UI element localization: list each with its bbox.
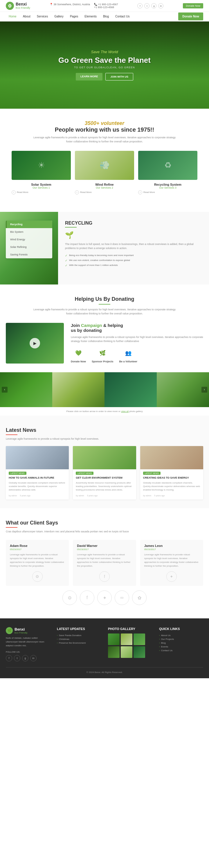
news-date-1: 5 years ago bbox=[20, 495, 31, 497]
volunteer-count: 3500+ volunteer bbox=[6, 120, 203, 126]
tab-solar-refining[interactable]: Solar Refining bbox=[6, 243, 52, 251]
news-author-3: by admin bbox=[143, 495, 151, 497]
news-desc-2: Assertively iterate resource maximizing … bbox=[73, 481, 136, 493]
news-image-2 bbox=[73, 446, 136, 469]
learn-more-button[interactable]: LEARN MORE bbox=[76, 73, 103, 81]
nav-services[interactable]: Services bbox=[34, 12, 51, 21]
news-author-2: by admin bbox=[76, 495, 84, 497]
nav-contact[interactable]: Contact Us bbox=[112, 12, 132, 21]
news-section: Latest News Leverage agile frameworks to… bbox=[0, 415, 209, 508]
recycle-title: RECYCLING bbox=[65, 221, 202, 226]
client-logo-3: ✦ bbox=[97, 590, 112, 605]
gallery-item-4 bbox=[157, 372, 209, 407]
footer-social: f t g in bbox=[6, 655, 50, 661]
donate-right: Join Campaign & helpingus by donating Le… bbox=[71, 323, 203, 363]
nav-elements[interactable]: Elements bbox=[81, 12, 100, 21]
footer-logo: 🌿 Benxi Eco Friendly bbox=[6, 627, 50, 634]
social-facebook[interactable]: f bbox=[137, 3, 142, 8]
footer-social-gp[interactable]: g bbox=[22, 655, 29, 661]
tab-wind-energy[interactable]: Wind Energy bbox=[6, 236, 52, 243]
donate-now-label[interactable]: Donate Now bbox=[71, 360, 86, 363]
footer-gallery-grid bbox=[108, 633, 152, 658]
gallery-view-all-link[interactable]: view all bbox=[121, 410, 129, 413]
clients-divider bbox=[6, 527, 18, 528]
donate-now-icon: 💚 bbox=[73, 348, 83, 358]
hero-section: Save The World Go Green Save the Planet … bbox=[0, 22, 209, 109]
join-button[interactable]: JOIN WITH US bbox=[105, 73, 133, 81]
footer-update-1[interactable]: Save Panda Donation bbox=[57, 633, 101, 637]
client-logos-row: ⚙ f ✦ ∞ ✿ bbox=[6, 586, 203, 610]
solar-name: Solar System bbox=[11, 183, 71, 186]
footer-links-col: QUICK LINKS About Us Our Projects Blog E… bbox=[159, 627, 203, 661]
nav-gallery[interactable]: Gallery bbox=[51, 12, 67, 21]
footer-brand-tagline: Eco Friendly bbox=[14, 631, 27, 634]
recycle-more[interactable]: › Read More bbox=[138, 190, 197, 194]
check-icon-3: ✓ bbox=[65, 264, 67, 267]
footer-social-tw[interactable]: t bbox=[14, 655, 20, 661]
sponsor-projects-label[interactable]: Sponsor Projects bbox=[92, 360, 113, 363]
top-social: f t g in bbox=[137, 3, 164, 8]
nav-donate-button[interactable]: Donate Now bbox=[178, 12, 203, 20]
brand-tagline: Eco Friendly bbox=[16, 7, 30, 9]
action-donate-now: 💚 Donate Now bbox=[71, 348, 86, 363]
news-desc-3: Globally incubate standards compliant ch… bbox=[140, 481, 203, 493]
client-text-3: Leverage agile frameworks to provide rob… bbox=[144, 553, 199, 568]
clients-description: Cras dapibus ullamcorper totam. Interdum… bbox=[6, 530, 203, 533]
be-volunteer-label[interactable]: Be a Volunteer bbox=[119, 360, 137, 363]
tab-recycling[interactable]: Recycling bbox=[6, 221, 52, 228]
gallery-next-button[interactable]: › bbox=[202, 387, 207, 393]
recycle-point-2: ✓ We use non-violent, creative confronta… bbox=[65, 259, 202, 262]
news-card-1: LATEST NEWS HOW TO SAVE ANIMALS IN FUTUR… bbox=[6, 446, 69, 500]
footer-social-li[interactable]: in bbox=[30, 655, 37, 661]
client-logo-5: ✿ bbox=[132, 590, 147, 605]
nav-pages[interactable]: Pages bbox=[67, 12, 81, 21]
hero-subtitle: Save The World bbox=[58, 50, 151, 54]
donate-sub-desc: Leverage agile frameworks to provide a r… bbox=[71, 335, 203, 343]
volunteer-description: Leverage agile frameworks to provide a r… bbox=[32, 135, 177, 144]
recycle-divider bbox=[65, 227, 77, 227]
social-google[interactable]: g bbox=[151, 3, 156, 8]
main-nav: Home About Services Gallery Pages Elemen… bbox=[0, 12, 209, 22]
footer-link-blog[interactable]: Blog bbox=[159, 641, 203, 645]
tab-bio-system[interactable]: Bio System bbox=[6, 228, 52, 236]
footer-link-projects[interactable]: Our Projects bbox=[159, 637, 203, 641]
footer-quicklinks-title: QUICK LINKS bbox=[159, 627, 203, 630]
top-donate-button[interactable]: Donate Now bbox=[183, 3, 203, 8]
clients-section: What our Client Says Cras dapibus ullamc… bbox=[0, 508, 209, 618]
client-logo-4: ∞ bbox=[115, 590, 129, 605]
tab-saving-forests[interactable]: Saving Forests bbox=[6, 251, 52, 258]
wind-more[interactable]: › Read More bbox=[75, 190, 134, 194]
footer-update-2[interactable]: Christmas bbox=[57, 637, 101, 641]
social-twitter[interactable]: t bbox=[144, 3, 149, 8]
nav-about[interactable]: About bbox=[20, 12, 33, 21]
footer-gallery-img-2 bbox=[121, 633, 132, 645]
top-contact: 📍 38 Somewhere, District, Austria 📞 +1 9… bbox=[49, 3, 118, 9]
footer-link-about[interactable]: About Us bbox=[159, 633, 203, 637]
client-date-3: 05/23/2017 bbox=[144, 548, 199, 551]
news-image-1 bbox=[6, 446, 69, 469]
service-recycle: ♻ Recycling System Our Services 3 › Read… bbox=[138, 151, 197, 194]
news-title-3: CREATING IDEAS TO SAVE ENERGY bbox=[140, 476, 203, 482]
clients-grid: Adam Rose 05/23/2017 Leverage agile fram… bbox=[6, 540, 203, 586]
social-linkedin[interactable]: in bbox=[158, 3, 164, 8]
nav-blog[interactable]: Blog bbox=[100, 12, 112, 21]
nav-home[interactable]: Home bbox=[6, 12, 20, 21]
gallery-item-2 bbox=[52, 372, 104, 407]
play-button[interactable]: ▶ bbox=[30, 338, 40, 348]
footer-brand-text: Benxi Eco Friendly bbox=[14, 627, 27, 634]
footer-link-contact[interactable]: Contact Us bbox=[159, 649, 203, 652]
gallery-prev-button[interactable]: ‹ bbox=[2, 387, 7, 393]
footer-update-3[interactable]: Preserve the Environment bbox=[57, 641, 101, 645]
hero-content: Save The World Go Green Save the Planet … bbox=[58, 50, 151, 81]
recycle-more-icon: › bbox=[138, 190, 142, 194]
wind-image: 💨 bbox=[75, 151, 134, 180]
phone-info: 📞 +1 900-123-4567+1 900-123-4568 bbox=[94, 3, 118, 9]
solar-sub: Our Services 1 bbox=[11, 186, 71, 189]
solar-more[interactable]: › Read More bbox=[11, 190, 71, 194]
footer-gallery-img-5 bbox=[121, 646, 132, 658]
footer-link-events[interactable]: Events bbox=[159, 645, 203, 649]
footer-logo-icon: 🌿 bbox=[6, 627, 13, 634]
address-icon: 📍 38 Somewhere, District, Austria bbox=[49, 3, 90, 9]
footer-social-fb[interactable]: f bbox=[6, 655, 12, 661]
footer-gallery-img-6 bbox=[134, 646, 145, 658]
